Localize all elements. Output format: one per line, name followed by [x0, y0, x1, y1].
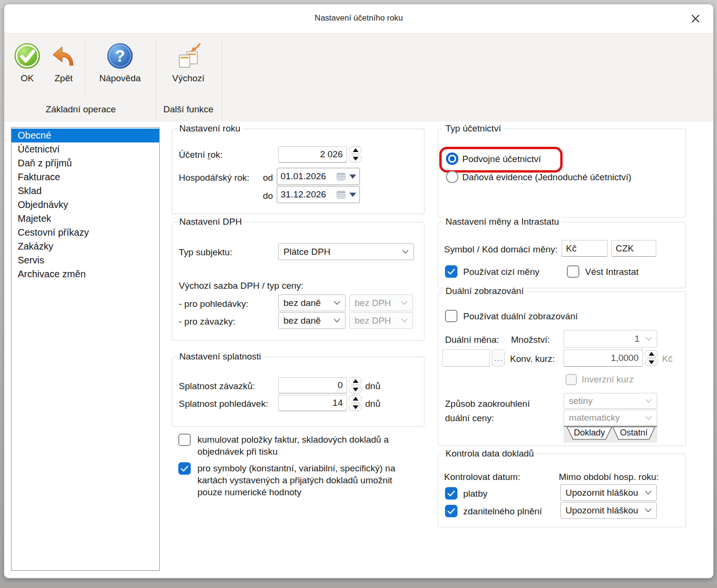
sidebar-item-archivace-zmen[interactable]: Archivace změn	[11, 267, 159, 281]
chevron-down-icon	[334, 301, 340, 305]
toolbar-group-other-functions: Další funkce	[158, 104, 218, 115]
default-button-label: Výchozí	[172, 73, 205, 84]
dual-currency-browse-button[interactable]: …	[492, 349, 505, 367]
sidebar-item-obecne[interactable]: Obecné	[11, 129, 159, 142]
taxable-action-select[interactable]: Upozornit hláškou	[560, 502, 657, 519]
toolbar-group-separator	[156, 38, 156, 119]
numeric-symbols-checkbox[interactable]	[178, 462, 191, 475]
payables-due-input[interactable]: 0	[278, 377, 347, 393]
rounding-precision-select: setiny	[564, 393, 657, 409]
spin-down-button[interactable]	[645, 359, 658, 366]
sidebar-item-objednavky[interactable]: Objednávky	[11, 198, 159, 212]
use-dual-display-checkbox[interactable]	[445, 310, 457, 322]
receivables-due-input[interactable]: 14	[278, 395, 347, 411]
year-spin-up-button[interactable]	[349, 146, 362, 154]
group-year-settings-title: Nastavení roku	[177, 123, 243, 134]
accounting-year-input[interactable]: 2 026	[278, 146, 347, 163]
currency-symbol-input[interactable]: Kč	[562, 240, 608, 257]
fiscal-to-date-input[interactable]: 31.12.2026	[277, 186, 360, 203]
sidebar-item-servis[interactable]: Servis	[11, 253, 159, 267]
double-entry-radio[interactable]	[446, 152, 458, 165]
group-accounting-type-title: Typ účetnictví	[443, 123, 503, 134]
spin-up-button[interactable]	[645, 350, 658, 358]
cumulate-items-checkbox[interactable]	[178, 434, 191, 446]
sidebar-item-sklad[interactable]: Sklad	[11, 184, 159, 198]
help-button-label: Nápověda	[99, 73, 141, 84]
from-label: od	[263, 173, 273, 183]
subject-type-label: Typ subjektu:	[179, 247, 232, 258]
default-button[interactable]: Výchozí	[162, 43, 215, 84]
numeric-symbols-label: pro symboly (konstantní, variabilní, spe…	[197, 462, 418, 498]
spin-down-button[interactable]	[349, 386, 362, 393]
subject-type-select[interactable]: Plátce DPH	[278, 243, 414, 260]
days-label: dnů	[365, 399, 380, 409]
toolbar-separator	[85, 42, 86, 95]
arrow-up-icon	[353, 379, 358, 383]
help-button[interactable]: ? Nápověda	[93, 43, 147, 84]
group-year-settings: Nastavení roku Účetní rok: 2 026 Hospodá…	[172, 129, 424, 214]
to-label: do	[263, 191, 273, 201]
payments-checkbox[interactable]	[445, 487, 457, 500]
quantity-label: Množství:	[511, 335, 550, 345]
sidebar-item-majetek[interactable]: Majetek	[11, 212, 159, 226]
sidebar-item-cestovni-prikazy[interactable]: Cestovní příkazy	[11, 226, 159, 240]
currency-code-input[interactable]: CZK	[611, 240, 656, 257]
group-due-settings-title: Nastavení splatnosti	[177, 351, 263, 362]
calendar-icon[interactable]	[337, 172, 346, 181]
arrow-down-icon	[353, 157, 358, 161]
fiscal-from-date-input[interactable]: 01.01.2026	[277, 168, 360, 185]
ribbon-toolbar: OK Zpět ? Nápověda	[4, 33, 713, 121]
accounting-year-label: Účetní rok:	[179, 150, 223, 160]
calendar-icon[interactable]	[337, 190, 346, 199]
ok-button[interactable]: OK	[9, 43, 45, 84]
check-date-label: Kontrolovat datum:	[444, 472, 520, 482]
close-icon	[690, 13, 701, 24]
quantity-select: 1	[564, 330, 657, 348]
taxable-supply-label: zdanitelného plnění	[463, 506, 542, 517]
year-spinner	[349, 146, 362, 163]
chevron-down-icon[interactable]	[349, 193, 356, 197]
default-vat-rate-label: Výchozí sazba DPH / typ ceny:	[179, 281, 304, 291]
group-dual-display: Duální zobrazování Používat duální zobra…	[438, 291, 686, 446]
chevron-down-icon[interactable]	[349, 174, 356, 179]
arrow-up-icon	[353, 397, 358, 401]
spin-down-button[interactable]	[349, 403, 362, 411]
ok-button-label: OK	[21, 73, 33, 84]
tax-records-radio[interactable]	[446, 171, 458, 183]
spin-up-button[interactable]	[349, 377, 362, 385]
cumulate-items-label: kumulovat položky faktur, skladových dok…	[197, 434, 413, 457]
days-label: dnů	[365, 381, 380, 392]
default-windows-arrow-icon	[175, 43, 201, 69]
group-vat-settings-title: Nastavení DPH	[177, 217, 244, 227]
spin-up-button[interactable]	[349, 395, 362, 403]
receivables-rate-select[interactable]: bez daně	[278, 294, 346, 311]
use-dual-display-label: Používat duální zobrazování	[463, 311, 578, 322]
category-list: Obecné Účetnictví Daň z příjmů Fakturace…	[11, 127, 160, 571]
for-receivables-label: - pro pohledávky:	[179, 299, 249, 309]
double-entry-label: Podvojné účetnictví	[462, 154, 541, 164]
payments-action-select[interactable]: Upozornit hláškou	[560, 484, 657, 501]
sidebar-item-dan-z-prijmu[interactable]: Daň z příjmů	[11, 156, 159, 170]
chevron-down-icon	[402, 250, 409, 254]
sidebar-item-ucetnictvi[interactable]: Účetnictví	[11, 142, 159, 156]
sidebar-item-zakazky[interactable]: Zakázky	[11, 240, 159, 253]
use-foreign-currency-checkbox[interactable]	[445, 265, 457, 278]
tab-doklady[interactable]: Doklady	[566, 427, 612, 440]
arrow-down-icon	[649, 360, 654, 364]
arrow-down-icon	[353, 405, 358, 409]
dual-currency-input[interactable]	[442, 349, 490, 367]
chevron-down-icon	[645, 508, 652, 512]
taxable-supply-checkbox[interactable]	[445, 505, 457, 517]
sidebar-item-fakturace[interactable]: Fakturace	[11, 170, 159, 184]
dual-tabs-strip: Doklady Ostatní	[564, 426, 657, 443]
back-button[interactable]: Zpět	[45, 43, 82, 84]
intrastat-checkbox[interactable]	[567, 265, 579, 278]
tab-ostatni[interactable]: Ostatní	[612, 427, 655, 440]
rate-unit-label: Kč	[662, 354, 673, 364]
close-button[interactable]	[689, 12, 702, 25]
payables-rate-select[interactable]: bez daně	[278, 312, 346, 329]
inverse-rate-label: Inverzní kurz	[582, 374, 634, 385]
year-spin-down-button[interactable]	[349, 155, 362, 163]
fiscal-year-label: Hospodářský rok:	[179, 173, 250, 183]
payables-price-select: bez DPH	[349, 312, 413, 329]
